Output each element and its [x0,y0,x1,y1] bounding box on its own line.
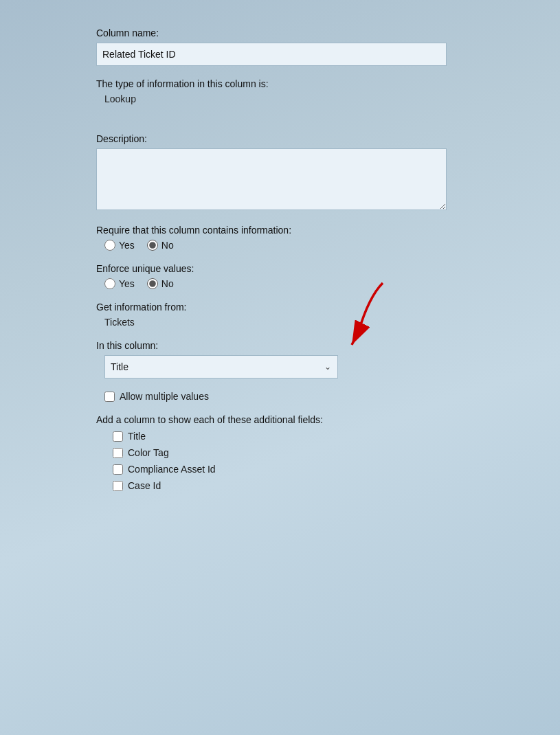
require-yes-label: Yes [119,240,135,251]
description-textarea[interactable] [96,148,447,210]
additional-field-colortag-label: Color Tag [128,447,169,458]
unique-yes-option[interactable]: Yes [104,278,135,289]
in-column-dropdown-wrapper: Title ID Color Tag Compliance Asset Id C… [104,355,338,378]
get-info-group: Get information from: Tickets [96,302,464,328]
additional-field-title-checkbox[interactable] [113,431,123,442]
require-label: Require that this column contains inform… [96,225,464,236]
additional-fields-group: Add a column to show each of these addit… [96,414,464,491]
require-radio-group: Yes No [104,240,464,251]
additional-field-caseid-option[interactable]: Case Id [113,480,464,491]
require-yes-option[interactable]: Yes [104,240,135,251]
unique-no-radio[interactable] [147,278,158,289]
additional-field-caseid-checkbox[interactable] [113,481,123,491]
get-info-label: Get information from: [96,302,464,313]
description-label: Description: [96,133,464,144]
column-name-group: Column name: [96,27,464,66]
get-info-value: Tickets [104,317,135,328]
unique-yes-radio[interactable] [104,278,115,289]
column-name-input[interactable] [96,43,447,66]
type-value: Lookup [104,93,136,104]
require-no-label: No [161,240,174,251]
additional-field-title-option[interactable]: Title [113,431,464,442]
description-group: Description: [96,133,464,212]
type-label: The type of information in this column i… [96,78,464,89]
unique-no-option[interactable]: No [147,278,174,289]
additional-field-caseid-label: Case Id [128,480,161,491]
require-no-option[interactable]: No [147,240,174,251]
allow-multiple-label: Allow multiple values [120,391,209,402]
unique-radio-group: Yes No [104,278,464,289]
additional-field-complianceasset-label: Compliance Asset Id [128,464,216,475]
type-info-group: The type of information in this column i… [96,78,464,104]
allow-multiple-checkbox[interactable] [104,392,115,402]
in-column-group: In this column: Title ID Color Tag Compl… [96,340,464,378]
additional-field-title-label: Title [128,431,146,442]
unique-yes-label: Yes [119,278,135,289]
require-no-radio[interactable] [147,240,158,251]
require-yes-radio[interactable] [104,240,115,251]
allow-multiple-group: Allow multiple values [96,391,464,402]
in-column-label: In this column: [96,340,464,351]
additional-field-complianceasset-checkbox[interactable] [113,464,123,475]
additional-fields-label: Add a column to show each of these addit… [96,414,464,425]
require-group: Require that this column contains inform… [96,225,464,251]
unique-label: Enforce unique values: [96,263,464,274]
allow-multiple-option[interactable]: Allow multiple values [104,391,464,402]
in-column-select[interactable]: Title ID Color Tag Compliance Asset Id C… [104,355,338,378]
unique-no-label: No [161,278,174,289]
additional-field-colortag-checkbox[interactable] [113,448,123,458]
unique-group: Enforce unique values: Yes No [96,263,464,289]
column-name-label: Column name: [96,27,464,38]
additional-field-colortag-option[interactable]: Color Tag [113,447,464,458]
additional-field-complianceasset-option[interactable]: Compliance Asset Id [113,464,464,475]
